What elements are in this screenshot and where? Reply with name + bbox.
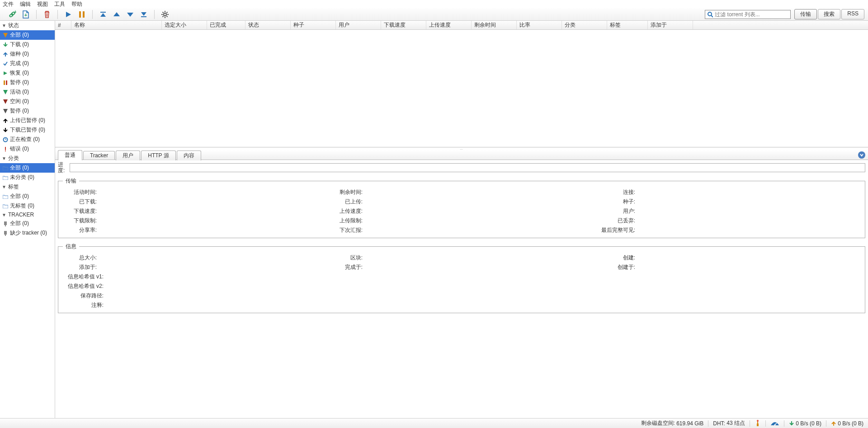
move-bottom-button[interactable] <box>140 10 148 19</box>
sidebar-status-item-11[interactable]: 正在检查 (0) <box>0 135 55 144</box>
transfer-legend: 传输 <box>63 177 79 185</box>
svg-point-17 <box>708 12 712 16</box>
delete-button[interactable] <box>43 10 51 19</box>
resume-button[interactable] <box>64 10 72 19</box>
sidebar-section-tags[interactable]: ▼标签 <box>0 182 55 192</box>
svg-rect-23 <box>5 151 6 151</box>
column-6[interactable]: 用户 <box>336 21 381 29</box>
sidebar-status-item-8[interactable]: 暂停 (0) <box>0 106 55 116</box>
collapse-detail-icon[interactable] <box>858 151 865 159</box>
label-save_path: 保存路径: <box>63 292 104 300</box>
sidebar-section-category[interactable]: ▼分类 <box>0 154 55 163</box>
menu-file[interactable]: 文件 <box>3 0 14 8</box>
sidebar-status-item-10[interactable]: 下载已暂停 (0) <box>0 125 55 135</box>
statusbar: 剩余磁盘空间: 619.94 GiB DHT: 43 结点 0 B/s (0 B… <box>0 418 868 428</box>
detail-tab-peers[interactable]: 用户 <box>116 151 140 160</box>
label-hash_v2: 信息哈希值 v2: <box>63 282 104 290</box>
label-created_by: 创建: <box>594 254 635 262</box>
label-dl_speed: 下载速度: <box>63 207 97 215</box>
value-eta <box>363 188 594 196</box>
menu-edit[interactable]: 编辑 <box>20 0 31 8</box>
sidebar-status-item-2[interactable]: 做种 (0) <box>0 49 55 59</box>
add-link-button[interactable]: + <box>8 10 16 19</box>
column-9[interactable]: 剩余时间 <box>472 21 517 29</box>
settings-button[interactable] <box>161 10 169 19</box>
tab-rss[interactable]: RSS <box>841 9 864 19</box>
filter-search-box[interactable] <box>705 10 791 19</box>
column-8[interactable]: 上传速度 <box>426 21 472 29</box>
value-active_time <box>97 188 329 196</box>
sidebar-status-item-7[interactable]: 空闲 (0) <box>0 97 55 106</box>
sidebar-tracker-item-1[interactable]: 缺少 tracker (0) <box>0 228 55 238</box>
sidebar-status-item-6[interactable]: 活动 (0) <box>0 87 55 97</box>
column-13[interactable]: 添加于 <box>648 21 693 29</box>
sidebar-section-status[interactable]: ▼状态 <box>0 21 55 30</box>
sidebar-status-item-5[interactable]: 暂停 (0) <box>0 78 55 87</box>
column-11[interactable]: 分类 <box>562 21 607 29</box>
svg-line-14 <box>167 16 168 17</box>
toolbar: + + <box>0 8 868 21</box>
menu-view[interactable]: 视图 <box>37 0 48 8</box>
info-legend: 信息 <box>63 243 79 250</box>
detail-tab-general[interactable]: 普通 <box>58 150 82 160</box>
tab-search[interactable]: 搜索 <box>818 9 840 19</box>
sidebar-tracker-item-0[interactable]: 全部 (0) <box>0 219 55 228</box>
sidebar-tag-item-1[interactable]: 无标签 (0) <box>0 201 55 211</box>
sidebar-category-item-0[interactable]: 全部 (0) <box>0 163 55 173</box>
column-4[interactable]: 状态 <box>245 21 291 29</box>
pause-button[interactable] <box>78 10 86 19</box>
value-save_path <box>104 292 860 300</box>
label-ul_limit: 上传限制: <box>329 217 363 225</box>
move-top-button[interactable] <box>99 10 107 19</box>
column-2[interactable]: 选定大小 <box>162 21 207 29</box>
menu-help[interactable]: 帮助 <box>71 0 82 8</box>
label-wasted: 已丢弃: <box>594 217 635 225</box>
sidebar-status-item-9[interactable]: 上传已暂停 (0) <box>0 116 55 125</box>
sidebar-section-tracker[interactable]: ▼TRACKER <box>0 211 55 219</box>
sidebar-category-item-1[interactable]: 未分类 (0) <box>0 173 55 182</box>
svg-line-16 <box>167 12 168 13</box>
label-last_seen: 最后完整可见: <box>594 226 635 234</box>
sidebar-status-item-12[interactable]: 错误 (0) <box>0 144 55 154</box>
status-dl-rate[interactable]: 0 B/s (0 B) <box>796 420 821 427</box>
column-12[interactable]: 标签 <box>607 21 648 29</box>
label-seeds: 种子: <box>594 198 635 206</box>
menu-tools[interactable]: 工具 <box>54 0 65 8</box>
move-up-button[interactable] <box>113 10 121 19</box>
svg-point-29 <box>757 420 759 422</box>
svg-rect-26 <box>4 231 7 235</box>
label-uploaded: 已上传: <box>329 198 363 206</box>
value-hash_v1 <box>104 273 860 281</box>
sidebar-status-item-0[interactable]: 全部 (0) <box>0 30 55 40</box>
status-ul-rate[interactable]: 0 B/s (0 B) <box>838 420 863 427</box>
detail-tabs: 普通 Tracker 用户 HTTP 源 内容 <box>55 150 868 160</box>
filter-input[interactable] <box>713 11 788 18</box>
column-1[interactable]: 名称 <box>71 21 162 29</box>
move-down-button[interactable] <box>126 10 134 19</box>
column-5[interactable]: 种子 <box>291 21 336 29</box>
sidebar-tag-item-0[interactable]: 全部 (0) <box>0 192 55 201</box>
value-dl_limit <box>97 217 329 225</box>
column-0[interactable]: # <box>55 21 71 29</box>
svg-rect-24 <box>4 221 7 225</box>
svg-rect-22 <box>5 147 6 150</box>
svg-point-8 <box>164 13 166 16</box>
detail-tab-http[interactable]: HTTP 源 <box>141 151 175 160</box>
detail-tab-tracker[interactable]: Tracker <box>83 151 115 160</box>
column-7[interactable]: 下载速度 <box>381 21 426 29</box>
column-10[interactable]: 比率 <box>517 21 562 29</box>
connection-status-icon[interactable] <box>755 420 761 427</box>
detail-tab-content[interactable]: 内容 <box>177 151 201 160</box>
column-3[interactable]: 已完成 <box>207 21 245 29</box>
sidebar-status-item-4[interactable]: 恢复 (0) <box>0 68 55 78</box>
sidebar-status-item-3[interactable]: 完成 (0) <box>0 59 55 68</box>
sidebar-status-item-1[interactable]: 下载 (0) <box>0 40 55 49</box>
label-connections: 连接: <box>594 188 635 196</box>
value-comment <box>104 301 860 309</box>
alt-speed-icon[interactable] <box>770 421 779 426</box>
value-ul_speed <box>363 207 594 215</box>
value-added_on <box>97 263 329 271</box>
add-file-button[interactable]: + <box>22 10 30 19</box>
tab-transfer[interactable]: 传输 <box>794 9 817 19</box>
svg-rect-25 <box>5 225 6 226</box>
